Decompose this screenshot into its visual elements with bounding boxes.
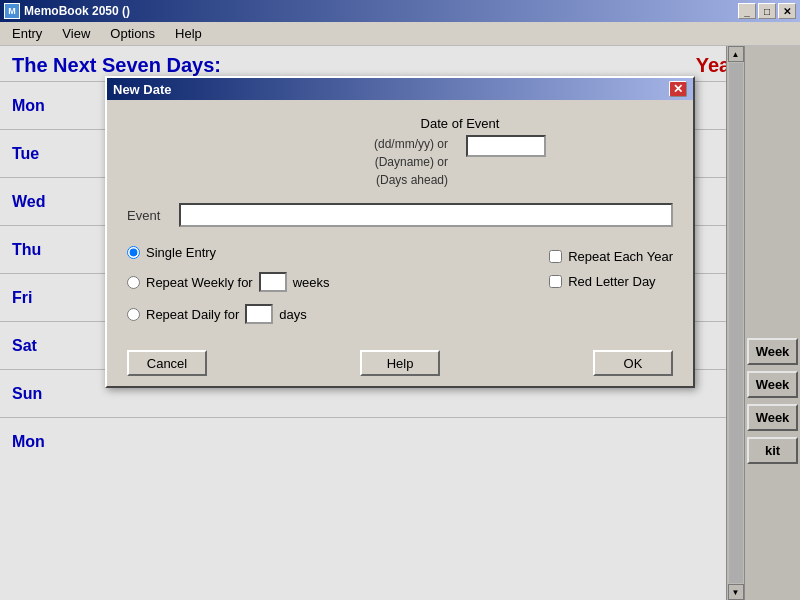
window-controls: _ □ ✕ (738, 3, 796, 19)
menu-view[interactable]: View (56, 24, 96, 43)
radio-options: Single Entry Repeat Weekly for weeks Rep… (127, 245, 529, 324)
options-section: Single Entry Repeat Weekly for weeks Rep… (127, 245, 673, 324)
date-of-event-label: Date of Event (421, 116, 500, 131)
single-entry-row: Single Entry (127, 245, 529, 260)
ok-button[interactable]: OK (593, 350, 673, 376)
maximize-button[interactable]: □ (758, 3, 776, 19)
days-label: days (279, 307, 306, 322)
repeat-weekly-row: Repeat Weekly for weeks (127, 272, 529, 292)
close-button[interactable]: ✕ (778, 3, 796, 19)
single-entry-radio[interactable] (127, 246, 140, 259)
repeat-daily-radio[interactable] (127, 308, 140, 321)
menu-options[interactable]: Options (104, 24, 161, 43)
dialog-titlebar: New Date ✕ (107, 78, 693, 100)
checkboxes-section: Repeat Each Year Red Letter Day (529, 245, 673, 324)
modal-overlay: New Date ✕ Date of Event (dd/mm/yy) or(D… (0, 46, 800, 600)
main-content: The Next Seven Days: Year 2008 Mon Tue W… (0, 46, 800, 600)
repeat-each-year-label: Repeat Each Year (568, 249, 673, 264)
event-label: Event (127, 208, 171, 223)
dialog-body: Date of Event (dd/mm/yy) or(Dayname) or(… (107, 100, 693, 336)
menu-bar: Entry View Options Help (0, 22, 800, 46)
repeat-daily-row: Repeat Daily for days (127, 304, 529, 324)
repeat-weekly-label: Repeat Weekly for (146, 275, 253, 290)
app-icon: M (4, 3, 20, 19)
title-bar: M MemoBook 2050 () _ □ ✕ (0, 0, 800, 22)
menu-help[interactable]: Help (169, 24, 208, 43)
event-row: Event (127, 203, 673, 227)
weeks-label: weeks (293, 275, 330, 290)
event-input[interactable] (179, 203, 673, 227)
date-hint: (dd/mm/yy) or(Dayname) or(Days ahead) (374, 135, 448, 189)
date-of-event-input[interactable] (466, 135, 546, 157)
help-button[interactable]: Help (360, 350, 440, 376)
dialog-buttons: Cancel Help OK (107, 336, 693, 386)
new-date-dialog: New Date ✕ Date of Event (dd/mm/yy) or(D… (105, 76, 695, 388)
red-letter-day-checkbox[interactable] (549, 275, 562, 288)
red-letter-day-row: Red Letter Day (549, 274, 673, 289)
repeat-daily-input[interactable] (245, 304, 273, 324)
red-letter-day-label: Red Letter Day (568, 274, 655, 289)
app-title: MemoBook 2050 () (24, 4, 130, 18)
cancel-button[interactable]: Cancel (127, 350, 207, 376)
dialog-close-button[interactable]: ✕ (669, 81, 687, 97)
single-entry-label: Single Entry (146, 245, 216, 260)
repeat-each-year-checkbox[interactable] (549, 250, 562, 263)
minimize-button[interactable]: _ (738, 3, 756, 19)
dialog-title: New Date (113, 82, 172, 97)
menu-entry[interactable]: Entry (6, 24, 48, 43)
repeat-weekly-radio[interactable] (127, 276, 140, 289)
repeat-weekly-input[interactable] (259, 272, 287, 292)
repeat-daily-label: Repeat Daily for (146, 307, 239, 322)
repeat-each-year-row: Repeat Each Year (549, 249, 673, 264)
date-of-event-section: Date of Event (dd/mm/yy) or(Dayname) or(… (127, 116, 673, 189)
